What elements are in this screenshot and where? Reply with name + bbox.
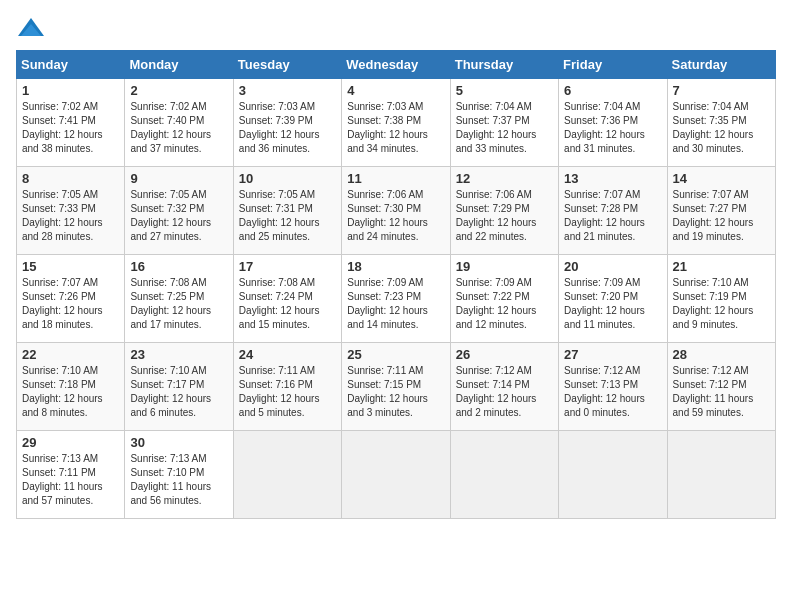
day-info: Sunrise: 7:06 AM Sunset: 7:30 PM Dayligh…	[347, 188, 444, 244]
day-number: 29	[22, 435, 119, 450]
calendar-cell: 4Sunrise: 7:03 AM Sunset: 7:38 PM Daylig…	[342, 79, 450, 167]
calendar-cell: 17Sunrise: 7:08 AM Sunset: 7:24 PM Dayli…	[233, 255, 341, 343]
day-info: Sunrise: 7:09 AM Sunset: 7:22 PM Dayligh…	[456, 276, 553, 332]
day-number: 20	[564, 259, 661, 274]
day-header-thursday: Thursday	[450, 51, 558, 79]
page-header	[16, 16, 776, 40]
day-info: Sunrise: 7:08 AM Sunset: 7:25 PM Dayligh…	[130, 276, 227, 332]
day-header-tuesday: Tuesday	[233, 51, 341, 79]
day-number: 28	[673, 347, 770, 362]
day-info: Sunrise: 7:10 AM Sunset: 7:18 PM Dayligh…	[22, 364, 119, 420]
calendar-cell: 2Sunrise: 7:02 AM Sunset: 7:40 PM Daylig…	[125, 79, 233, 167]
day-number: 5	[456, 83, 553, 98]
day-info: Sunrise: 7:05 AM Sunset: 7:31 PM Dayligh…	[239, 188, 336, 244]
day-info: Sunrise: 7:04 AM Sunset: 7:36 PM Dayligh…	[564, 100, 661, 156]
calendar-cell: 9Sunrise: 7:05 AM Sunset: 7:32 PM Daylig…	[125, 167, 233, 255]
day-info: Sunrise: 7:09 AM Sunset: 7:23 PM Dayligh…	[347, 276, 444, 332]
calendar-cell: 25Sunrise: 7:11 AM Sunset: 7:15 PM Dayli…	[342, 343, 450, 431]
day-number: 14	[673, 171, 770, 186]
day-number: 25	[347, 347, 444, 362]
day-number: 7	[673, 83, 770, 98]
day-number: 16	[130, 259, 227, 274]
calendar-cell	[559, 431, 667, 519]
calendar-cell: 21Sunrise: 7:10 AM Sunset: 7:19 PM Dayli…	[667, 255, 775, 343]
calendar-cell: 11Sunrise: 7:06 AM Sunset: 7:30 PM Dayli…	[342, 167, 450, 255]
day-info: Sunrise: 7:11 AM Sunset: 7:16 PM Dayligh…	[239, 364, 336, 420]
day-number: 26	[456, 347, 553, 362]
logo	[16, 16, 50, 40]
day-number: 18	[347, 259, 444, 274]
day-info: Sunrise: 7:10 AM Sunset: 7:19 PM Dayligh…	[673, 276, 770, 332]
day-number: 4	[347, 83, 444, 98]
calendar-cell: 6Sunrise: 7:04 AM Sunset: 7:36 PM Daylig…	[559, 79, 667, 167]
calendar-week-row: 1Sunrise: 7:02 AM Sunset: 7:41 PM Daylig…	[17, 79, 776, 167]
day-number: 17	[239, 259, 336, 274]
calendar-cell: 8Sunrise: 7:05 AM Sunset: 7:33 PM Daylig…	[17, 167, 125, 255]
day-info: Sunrise: 7:13 AM Sunset: 7:11 PM Dayligh…	[22, 452, 119, 508]
calendar-week-row: 8Sunrise: 7:05 AM Sunset: 7:33 PM Daylig…	[17, 167, 776, 255]
day-number: 15	[22, 259, 119, 274]
calendar-cell: 5Sunrise: 7:04 AM Sunset: 7:37 PM Daylig…	[450, 79, 558, 167]
day-number: 21	[673, 259, 770, 274]
calendar-week-row: 29Sunrise: 7:13 AM Sunset: 7:11 PM Dayli…	[17, 431, 776, 519]
day-info: Sunrise: 7:02 AM Sunset: 7:40 PM Dayligh…	[130, 100, 227, 156]
day-number: 1	[22, 83, 119, 98]
day-number: 30	[130, 435, 227, 450]
calendar-cell: 13Sunrise: 7:07 AM Sunset: 7:28 PM Dayli…	[559, 167, 667, 255]
calendar-cell: 1Sunrise: 7:02 AM Sunset: 7:41 PM Daylig…	[17, 79, 125, 167]
day-header-wednesday: Wednesday	[342, 51, 450, 79]
day-number: 22	[22, 347, 119, 362]
day-header-saturday: Saturday	[667, 51, 775, 79]
calendar-cell	[667, 431, 775, 519]
day-number: 24	[239, 347, 336, 362]
day-info: Sunrise: 7:10 AM Sunset: 7:17 PM Dayligh…	[130, 364, 227, 420]
day-number: 9	[130, 171, 227, 186]
day-info: Sunrise: 7:04 AM Sunset: 7:35 PM Dayligh…	[673, 100, 770, 156]
day-number: 19	[456, 259, 553, 274]
calendar-cell	[450, 431, 558, 519]
day-number: 27	[564, 347, 661, 362]
day-info: Sunrise: 7:12 AM Sunset: 7:13 PM Dayligh…	[564, 364, 661, 420]
day-number: 13	[564, 171, 661, 186]
day-info: Sunrise: 7:12 AM Sunset: 7:14 PM Dayligh…	[456, 364, 553, 420]
calendar-cell: 14Sunrise: 7:07 AM Sunset: 7:27 PM Dayli…	[667, 167, 775, 255]
calendar-cell: 29Sunrise: 7:13 AM Sunset: 7:11 PM Dayli…	[17, 431, 125, 519]
day-info: Sunrise: 7:02 AM Sunset: 7:41 PM Dayligh…	[22, 100, 119, 156]
day-header-monday: Monday	[125, 51, 233, 79]
calendar-cell: 27Sunrise: 7:12 AM Sunset: 7:13 PM Dayli…	[559, 343, 667, 431]
day-info: Sunrise: 7:09 AM Sunset: 7:20 PM Dayligh…	[564, 276, 661, 332]
calendar-cell: 19Sunrise: 7:09 AM Sunset: 7:22 PM Dayli…	[450, 255, 558, 343]
day-header-sunday: Sunday	[17, 51, 125, 79]
day-info: Sunrise: 7:12 AM Sunset: 7:12 PM Dayligh…	[673, 364, 770, 420]
day-number: 3	[239, 83, 336, 98]
day-number: 2	[130, 83, 227, 98]
calendar-cell: 26Sunrise: 7:12 AM Sunset: 7:14 PM Dayli…	[450, 343, 558, 431]
calendar-cell: 24Sunrise: 7:11 AM Sunset: 7:16 PM Dayli…	[233, 343, 341, 431]
calendar-cell: 12Sunrise: 7:06 AM Sunset: 7:29 PM Dayli…	[450, 167, 558, 255]
calendar-cell	[233, 431, 341, 519]
day-header-friday: Friday	[559, 51, 667, 79]
day-info: Sunrise: 7:07 AM Sunset: 7:26 PM Dayligh…	[22, 276, 119, 332]
calendar-cell: 16Sunrise: 7:08 AM Sunset: 7:25 PM Dayli…	[125, 255, 233, 343]
calendar-cell	[342, 431, 450, 519]
calendar-cell: 10Sunrise: 7:05 AM Sunset: 7:31 PM Dayli…	[233, 167, 341, 255]
calendar-cell: 15Sunrise: 7:07 AM Sunset: 7:26 PM Dayli…	[17, 255, 125, 343]
calendar-table: SundayMondayTuesdayWednesdayThursdayFrid…	[16, 50, 776, 519]
day-info: Sunrise: 7:05 AM Sunset: 7:32 PM Dayligh…	[130, 188, 227, 244]
day-number: 10	[239, 171, 336, 186]
calendar-cell: 7Sunrise: 7:04 AM Sunset: 7:35 PM Daylig…	[667, 79, 775, 167]
day-info: Sunrise: 7:05 AM Sunset: 7:33 PM Dayligh…	[22, 188, 119, 244]
calendar-cell: 22Sunrise: 7:10 AM Sunset: 7:18 PM Dayli…	[17, 343, 125, 431]
logo-icon	[16, 16, 46, 40]
calendar-cell: 18Sunrise: 7:09 AM Sunset: 7:23 PM Dayli…	[342, 255, 450, 343]
calendar-week-row: 22Sunrise: 7:10 AM Sunset: 7:18 PM Dayli…	[17, 343, 776, 431]
day-info: Sunrise: 7:13 AM Sunset: 7:10 PM Dayligh…	[130, 452, 227, 508]
day-number: 11	[347, 171, 444, 186]
day-info: Sunrise: 7:06 AM Sunset: 7:29 PM Dayligh…	[456, 188, 553, 244]
day-info: Sunrise: 7:07 AM Sunset: 7:27 PM Dayligh…	[673, 188, 770, 244]
day-number: 12	[456, 171, 553, 186]
header-row: SundayMondayTuesdayWednesdayThursdayFrid…	[17, 51, 776, 79]
calendar-cell: 28Sunrise: 7:12 AM Sunset: 7:12 PM Dayli…	[667, 343, 775, 431]
day-info: Sunrise: 7:07 AM Sunset: 7:28 PM Dayligh…	[564, 188, 661, 244]
day-info: Sunrise: 7:03 AM Sunset: 7:38 PM Dayligh…	[347, 100, 444, 156]
